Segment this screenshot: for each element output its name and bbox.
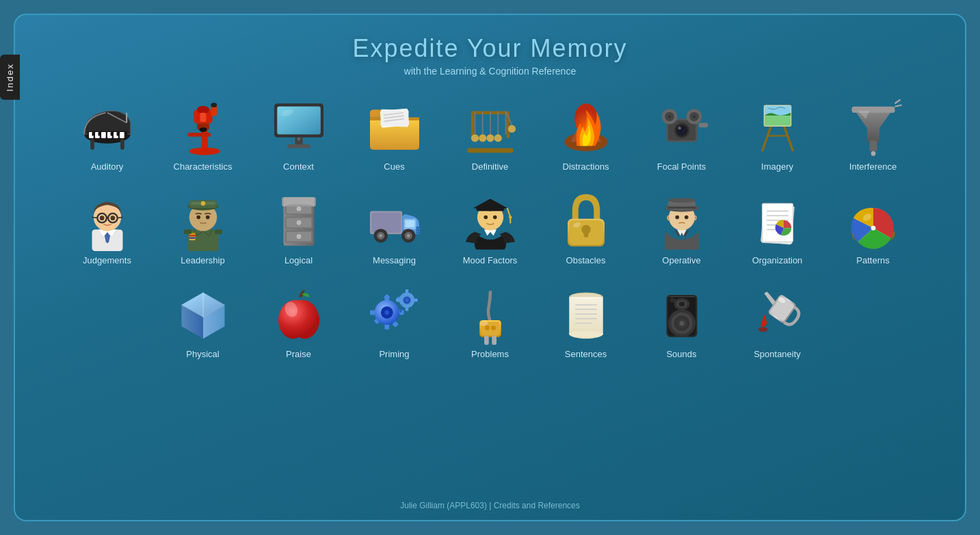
icon-painting	[747, 96, 808, 157]
svg-point-32	[297, 138, 300, 141]
item-definitive[interactable]: Definitive	[442, 90, 538, 177]
svg-rect-9	[98, 132, 101, 136]
item-leadership[interactable]: Leadership	[155, 184, 251, 271]
svg-rect-95	[189, 237, 195, 239]
item-interference[interactable]: Interference	[825, 90, 921, 177]
svg-point-21	[211, 103, 217, 107]
svg-point-217	[670, 298, 676, 302]
item-focal_points[interactable]: Focal Points	[634, 90, 730, 177]
svg-rect-74	[764, 116, 790, 126]
icon-detective	[651, 190, 713, 251]
label-praise: Praise	[286, 349, 311, 359]
icon-plug	[460, 283, 521, 345]
svg-point-90	[110, 216, 115, 220]
item-mood_factors[interactable]: Mood Factors	[442, 184, 538, 271]
label-physical: Physical	[186, 349, 219, 359]
svg-point-162	[871, 226, 875, 231]
svg-point-199	[569, 331, 603, 337]
item-sounds[interactable]: Sounds	[634, 278, 730, 365]
icon-piano	[77, 96, 138, 157]
svg-rect-67	[698, 122, 708, 127]
svg-rect-94	[189, 235, 195, 236]
item-organization[interactable]: Organization	[730, 184, 825, 271]
item-sentences[interactable]: Sentences	[538, 278, 634, 365]
svg-line-88	[117, 218, 122, 218]
svg-rect-11	[116, 132, 120, 136]
icon-funnel	[843, 96, 904, 157]
svg-rect-97	[214, 230, 222, 235]
svg-line-79	[895, 105, 901, 107]
svg-point-108	[296, 207, 301, 211]
footer: Julie Gilliam (APPL603) | Credits and Re…	[400, 501, 580, 510]
item-operative[interactable]: Operative	[634, 184, 730, 271]
item-context[interactable]: Context	[251, 90, 347, 177]
svg-rect-216	[670, 296, 694, 297]
label-cues: Cues	[384, 161, 404, 172]
index-tab[interactable]: Index	[0, 55, 20, 100]
svg-point-66	[692, 115, 696, 118]
svg-rect-31	[287, 144, 310, 148]
svg-rect-12	[90, 139, 94, 150]
label-operative: Operative	[662, 255, 700, 265]
svg-point-205	[570, 293, 601, 300]
svg-rect-96	[183, 230, 191, 235]
svg-point-47	[479, 134, 486, 142]
icon-lock	[555, 190, 617, 251]
icon-balance	[460, 96, 521, 157]
item-imagery[interactable]: Imagery	[730, 90, 825, 177]
item-priming[interactable]: Priming	[347, 278, 442, 365]
label-interference: Interference	[849, 161, 897, 172]
item-patterns[interactable]: Patterns	[825, 184, 921, 271]
svg-point-102	[200, 201, 205, 206]
icon-cabinet	[268, 190, 330, 251]
icon-scroll	[555, 283, 617, 345]
svg-rect-117	[371, 213, 401, 233]
item-physical[interactable]: Physical	[155, 278, 251, 365]
main-container: Expedite Your Memory with the Learning &…	[14, 14, 966, 521]
svg-rect-24	[187, 133, 211, 137]
icon-grid: Auditory Characteristics	[15, 83, 965, 371]
svg-point-114	[296, 234, 301, 239]
label-auditory: Auditory	[91, 161, 124, 172]
item-problems[interactable]: Problems	[442, 278, 538, 365]
item-messaging[interactable]: Messaging	[347, 184, 442, 271]
svg-line-78	[895, 100, 900, 104]
label-obstacles: Obstacles	[566, 255, 606, 265]
svg-point-148	[675, 216, 679, 220]
icon-graduate	[460, 190, 521, 251]
item-distractions[interactable]: Distractions	[538, 90, 634, 177]
svg-point-60	[678, 127, 681, 130]
svg-rect-147	[667, 207, 696, 209]
svg-point-136	[484, 216, 488, 220]
page-subtitle: with the Learning & Cognition Reference	[352, 66, 627, 77]
svg-point-122	[379, 234, 382, 237]
label-patterns: Patterns	[856, 255, 889, 265]
label-judgements: Judgements	[83, 255, 131, 265]
label-sounds: Sounds	[666, 349, 696, 359]
icon-gears	[364, 283, 425, 345]
item-logical[interactable]: Logical	[251, 184, 347, 271]
svg-rect-76	[869, 140, 877, 151]
item-spontaneity[interactable]: Spontaneity	[730, 278, 825, 365]
label-mood_factors: Mood Factors	[463, 255, 517, 265]
label-definitive: Definitive	[472, 161, 508, 172]
label-spontaneity: Spontaneity	[754, 349, 801, 359]
item-cues[interactable]: Cues	[347, 90, 442, 177]
item-judgements[interactable]: Judgements	[59, 184, 155, 271]
label-sentences: Sentences	[565, 349, 607, 359]
item-obstacles[interactable]: Obstacles	[538, 184, 634, 271]
svg-point-137	[492, 216, 496, 220]
svg-rect-28	[277, 107, 320, 135]
item-auditory[interactable]: Auditory	[59, 90, 155, 177]
svg-point-210	[678, 302, 685, 306]
svg-point-146	[667, 198, 696, 203]
item-characteristics[interactable]: Characteristics	[155, 90, 251, 177]
page-title: Expedite Your Memory	[352, 34, 627, 63]
item-praise[interactable]: Praise	[251, 278, 347, 365]
label-distractions: Distractions	[563, 161, 609, 172]
svg-point-193	[485, 326, 490, 330]
svg-rect-7	[120, 132, 124, 138]
icon-apple	[268, 283, 330, 345]
svg-point-48	[486, 134, 494, 142]
label-characteristics: Characteristics	[174, 161, 233, 172]
